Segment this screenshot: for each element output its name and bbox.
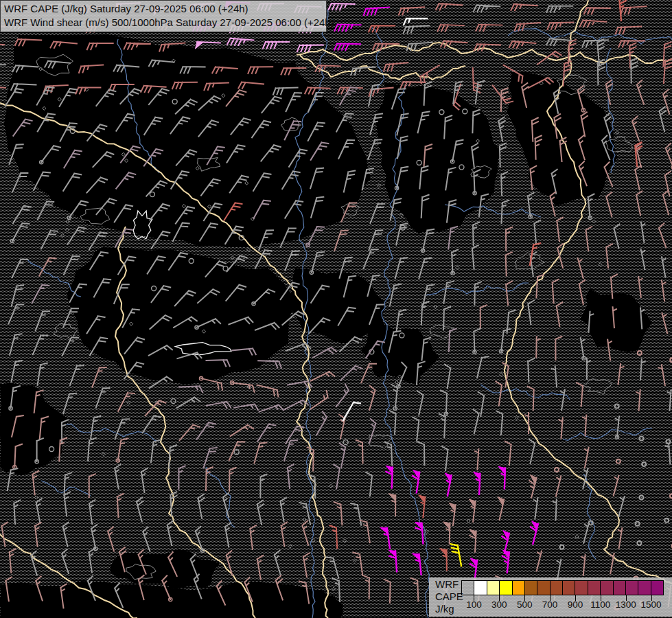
weather-map-page: WRF CAPE (J/kg) Saturday 27-09-2025 06:0… [0, 0, 672, 618]
legend-swatch [651, 581, 663, 595]
title-line-1: WRF CAPE (J/kg) Saturday 27-09-2025 06:0… [4, 2, 323, 16]
legend-swatch [614, 581, 626, 595]
map-title-box: WRF CAPE (J/kg) Saturday 27-09-2025 06:0… [0, 0, 327, 32]
legend-name-line1: WRF [435, 578, 463, 591]
legend-swatch [638, 581, 651, 595]
legend-swatch [626, 581, 638, 595]
legend-swatch [487, 581, 500, 595]
legend-color-bar [461, 580, 664, 595]
legend-swatch [551, 581, 563, 595]
legend-swatch [563, 581, 575, 595]
cape-legend: WRF CAPE J/kg 10030050070090011001300150… [429, 577, 672, 617]
legend-swatch [474, 581, 487, 595]
legend-swatch [525, 581, 537, 595]
legend-swatch [513, 581, 525, 595]
legend-swatch [575, 581, 588, 595]
map-canvas [0, 0, 672, 618]
title-line-2: WRF Wind shear (m/s) 500/1000hPa Saturda… [4, 16, 323, 30]
legend-swatch [588, 581, 601, 595]
legend-swatch [500, 581, 512, 595]
legend-swatch [601, 581, 613, 595]
legend-swatch [537, 581, 550, 595]
legend-swatch [462, 581, 474, 595]
legend-tick-label: 1500 [636, 599, 667, 610]
